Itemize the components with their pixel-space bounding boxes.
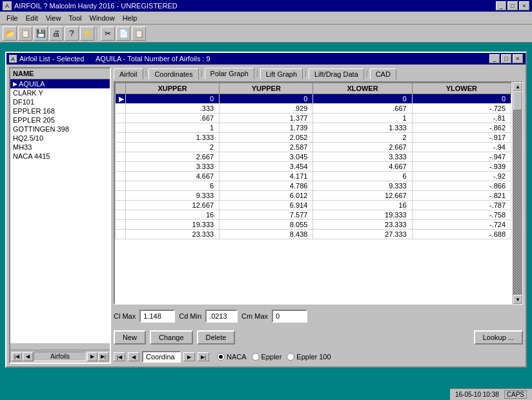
cell-xlower: 16 — [313, 201, 412, 210]
tab-lift-drag-data[interactable]: Lift/Drag Data — [309, 68, 364, 79]
radio-circle-eppler[interactable] — [252, 353, 260, 361]
menu-bar: File Edit View Tool Window Help — [0, 12, 532, 25]
scroll-down-button[interactable]: ▼ — [513, 295, 522, 304]
table-row: 9.3336.01212.667-.821 — [116, 191, 511, 201]
table-row: 167.57719.333-.758 — [116, 210, 511, 220]
cl-max-input[interactable] — [139, 310, 175, 323]
tab-airfoil[interactable]: Airfoil — [114, 68, 143, 79]
cell-xlower: 1 — [313, 114, 412, 123]
toolbar-print[interactable]: 🖨 — [49, 26, 63, 41]
inner-close-button[interactable]: × — [513, 54, 523, 63]
radio-item-eppler[interactable]: Eppler — [252, 353, 282, 361]
minimize-button[interactable]: _ — [496, 1, 506, 10]
app-title-bar: A AIRFOIL ? Malcolm Hardy 2016 - UNREGIS… — [0, 0, 532, 12]
cell-xlower: 0 — [313, 94, 412, 104]
list-item[interactable]: CLARK Y — [10, 88, 110, 97]
toolbar-paste[interactable]: 📋 — [132, 26, 146, 41]
row-indicator — [116, 152, 126, 162]
radio-label-naca: NACA — [227, 353, 247, 361]
row-indicator — [116, 191, 126, 201]
list-item[interactable]: ▶AQUILA — [10, 79, 110, 88]
table-row: 11.7391.333-.862 — [116, 123, 511, 133]
cm-max-input[interactable] — [272, 310, 307, 323]
cell-xupper: 0 — [126, 94, 220, 104]
cell-yupper: 3.454 — [220, 162, 313, 172]
scroll-thumb[interactable] — [513, 91, 522, 110]
inner-minimize-button[interactable]: _ — [489, 54, 500, 63]
cell-yupper: 7.577 — [220, 210, 313, 220]
toolbar-save-list[interactable]: 📋 — [18, 26, 32, 41]
cell-xupper: .333 — [126, 104, 220, 114]
menu-edit[interactable]: Edit — [22, 13, 42, 23]
tab-separator: | — [200, 69, 203, 77]
nav-first[interactable]: |◀ — [12, 352, 22, 361]
toolbar-run[interactable]: ⚡ — [80, 26, 94, 41]
cell-xupper: 23.333 — [126, 230, 220, 239]
list-item[interactable]: MH33 — [10, 143, 110, 152]
tab-separator: | — [365, 69, 369, 77]
toolbar-copy[interactable]: 📄 — [116, 26, 130, 41]
row-indicator — [116, 220, 126, 230]
table-scrollbar[interactable]: ▲ ▼ — [513, 81, 523, 305]
cell-ylower: -.92 — [412, 172, 511, 181]
menu-view[interactable]: View — [42, 13, 65, 23]
selected-arrow: ▶ — [13, 81, 17, 87]
menu-tool[interactable]: Tool — [65, 13, 85, 23]
coord-nav-first[interactable]: |◀ — [114, 352, 125, 361]
cell-xupper: .667 — [126, 114, 220, 123]
radio-label-eppler: Eppler — [261, 353, 282, 361]
nav-last[interactable]: ▶| — [98, 352, 108, 361]
table-row: 22.5872.667-.94 — [116, 143, 511, 152]
tab-polar-graph[interactable]: Polar Graph — [205, 68, 254, 79]
menu-file[interactable]: File — [3, 13, 22, 23]
new-button[interactable]: New — [114, 330, 146, 345]
radio-item-eppler-100[interactable]: Eppler 100 — [287, 353, 331, 361]
menu-window[interactable]: Window — [86, 13, 119, 23]
coord-nav-prev[interactable]: ◀ — [128, 352, 139, 361]
list-item[interactable]: HQ2.5/10 — [10, 134, 110, 143]
cell-yupper: 2.052 — [220, 133, 313, 143]
menu-help[interactable]: Help — [119, 13, 141, 23]
list-item[interactable]: DF101 — [10, 97, 110, 106]
toolbar-open[interactable]: 📂 — [3, 26, 17, 41]
scroll-up-button[interactable]: ▲ — [513, 82, 522, 91]
inner-restore-button[interactable]: □ — [501, 54, 511, 63]
lookup-button[interactable]: Lookup ... — [474, 330, 523, 345]
cell-xupper: 9.333 — [126, 191, 220, 201]
delete-button[interactable]: Delete — [197, 330, 236, 345]
list-item[interactable]: NACA 4415 — [10, 152, 110, 161]
cell-ylower: -.866 — [412, 181, 511, 191]
radio-circle-eppler-100[interactable] — [287, 353, 294, 361]
list-item[interactable]: EPPLER 205 — [10, 115, 110, 125]
table-row: 12.6676.91416-.787 — [116, 201, 511, 210]
cell-xlower: 4.667 — [313, 162, 412, 172]
toolbar-cut[interactable]: ✂ — [101, 26, 115, 41]
cell-yupper: 3.045 — [220, 152, 313, 162]
cd-min-input[interactable] — [205, 310, 238, 323]
tab-coordinates[interactable]: Coordinates — [148, 68, 198, 79]
change-button[interactable]: Change — [150, 330, 193, 345]
bottom-nav: |◀ ◀ Coordina ▶ ▶| NACAEpplerEppler 100 — [114, 350, 523, 364]
toolbar-help[interactable]: ? — [65, 26, 79, 41]
list-item[interactable]: EPPLER 168 — [10, 106, 110, 115]
inner-window-icon: A — [9, 55, 17, 63]
tab-cad[interactable]: CAD — [370, 68, 396, 79]
radio-circle-naca[interactable] — [217, 353, 225, 361]
nav-prev[interactable]: ◀ — [23, 352, 33, 361]
radio-item-naca[interactable]: NACA — [217, 353, 247, 361]
coord-nav-last[interactable]: ▶| — [198, 352, 209, 361]
tab-lift-graph[interactable]: Lift Graph — [260, 68, 303, 79]
table-row: .6671.3771-.81 — [116, 114, 511, 123]
inner-title-buttons: _ □ × — [489, 54, 523, 63]
maximize-button[interactable]: □ — [507, 1, 518, 10]
toolbar-save[interactable]: 💾 — [34, 26, 48, 41]
cell-xlower: 3.333 — [313, 152, 412, 162]
cell-xlower: 27.333 — [313, 230, 412, 239]
coord-nav-next[interactable]: ▶ — [183, 352, 195, 361]
close-button[interactable]: × — [519, 1, 529, 10]
cell-xlower: 2.667 — [313, 143, 412, 152]
cell-xupper: 3.333 — [126, 162, 220, 172]
cell-xupper: 2.667 — [126, 152, 220, 162]
list-item[interactable]: GOTTINGEN 398 — [10, 125, 110, 134]
nav-next[interactable]: ▶ — [87, 352, 97, 361]
